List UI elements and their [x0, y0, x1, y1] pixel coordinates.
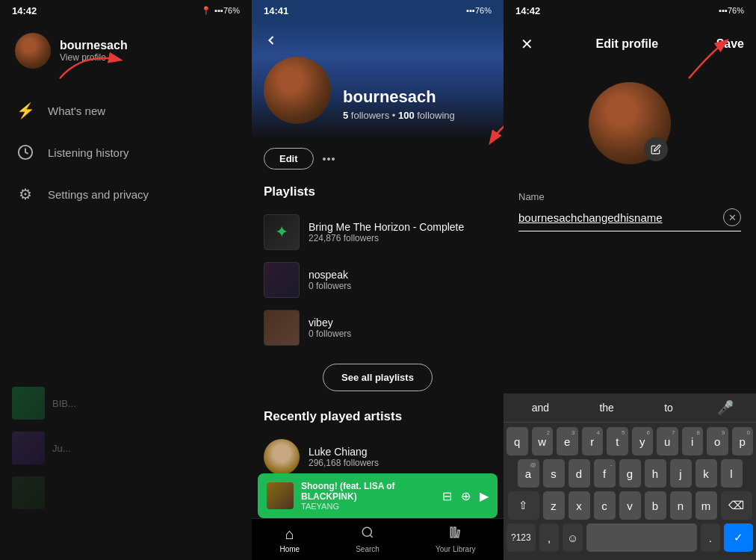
gear-icon: ⚙ [15, 184, 36, 205]
time-left: 14:42 [12, 5, 37, 16]
key-j[interactable]: j [670, 459, 692, 488]
key-row-2: a@ s d f- g h j k l [506, 459, 753, 488]
nav-search[interactable]: Search [356, 526, 379, 553]
comma-key[interactable]: , [539, 523, 560, 552]
more-options-button[interactable] [323, 158, 335, 161]
signal-icons: ▪▪▪76% [214, 6, 240, 15]
playlist-followers-0: 224,876 followers [309, 233, 464, 243]
suggestion-the[interactable]: the [593, 400, 619, 415]
edit-profile-title: Edit profile [596, 37, 659, 51]
backspace-key[interactable]: ⌫ [721, 491, 752, 520]
emoji-key[interactable]: ☺ [563, 523, 583, 552]
key-w[interactable]: w2 [532, 427, 554, 455]
playlist-item-2[interactable]: vibey 0 followers [252, 304, 504, 352]
view-profile-link[interactable]: View profile [60, 52, 128, 63]
clear-name-button[interactable]: ✕ [723, 208, 741, 226]
playlist-name-2: vibey [309, 317, 351, 329]
bottom-nav: ⌂ Home Search Your Library [252, 518, 504, 560]
playlist-name-0: Bring Me The Horizon - Complete [309, 221, 464, 233]
key-g[interactable]: g [619, 459, 641, 488]
key-r[interactable]: r4 [582, 427, 604, 455]
profile-actions: Edit [252, 139, 504, 178]
svg-rect-3 [450, 527, 452, 538]
key-d[interactable]: d [568, 459, 590, 488]
artist-info-0: Luke Chiang 296,168 followers [309, 446, 379, 468]
menu-item-whats-new[interactable]: ⚡ What's new [0, 90, 252, 131]
suggestion-to[interactable]: to [658, 400, 679, 415]
key-h[interactable]: h [645, 459, 666, 488]
key-e[interactable]: e3 [557, 427, 578, 455]
numbers-key[interactable]: ?123 [506, 523, 536, 552]
key-t[interactable]: t5 [607, 427, 628, 455]
settings-label: Settings and privacy [48, 188, 149, 201]
edit-avatar-button[interactable] [644, 137, 668, 161]
key-u[interactable]: u7 [657, 427, 678, 455]
library-icon [449, 526, 462, 543]
avatar[interactable] [15, 33, 51, 69]
nav-library[interactable]: Your Library [436, 526, 476, 553]
edit-button[interactable]: Edit [264, 148, 314, 169]
signal-center: ▪▪▪76% [466, 6, 492, 15]
status-icons-left: 📍 ▪▪▪76% [201, 6, 240, 16]
key-y[interactable]: y6 [632, 427, 654, 455]
playlist-followers-1: 0 followers [309, 281, 351, 291]
menu-list: ⚡ What's new Listening history ⚙ Setting… [0, 84, 252, 221]
save-button[interactable]: Save [716, 37, 744, 51]
see-all-playlists-button[interactable]: See all playlists [323, 364, 433, 391]
profile-hero: bournesach 5 followers • 100 following [252, 21, 504, 139]
key-x[interactable]: x [568, 491, 590, 520]
space-key[interactable] [586, 523, 696, 552]
playlist-info-1: nospeak 0 followers [309, 269, 351, 291]
key-i[interactable]: i8 [682, 427, 704, 455]
np-play-icon[interactable]: ▶ [480, 489, 489, 503]
key-k[interactable]: k [695, 459, 717, 488]
back-button[interactable] [264, 33, 492, 48]
key-n[interactable]: n [670, 491, 692, 520]
name-input-row: ✕ [518, 208, 741, 231]
shift-key[interactable]: ⇧ [508, 491, 539, 520]
now-playing-bar[interactable]: Shoong! (feat. LISA of BLACKPINK) TAEYAN… [258, 473, 498, 518]
bg-thumb-2 [12, 432, 45, 464]
key-a[interactable]: a@ [518, 459, 539, 488]
np-info: Shoong! (feat. LISA of BLACKPINK) TAEYAN… [301, 481, 435, 511]
np-thumbnail [267, 482, 294, 509]
signal-right: ▪▪▪76% [719, 6, 744, 15]
suggestion-and[interactable]: and [526, 400, 555, 415]
menu-item-settings[interactable]: ⚙ Settings and privacy [0, 173, 252, 215]
profile-header[interactable]: bournesach View profile [0, 24, 252, 78]
key-p[interactable]: p0 [732, 427, 754, 455]
key-c[interactable]: c [594, 491, 616, 520]
key-l[interactable]: l [721, 459, 743, 488]
search-icon [361, 526, 374, 543]
close-button[interactable]: ✕ [515, 33, 538, 55]
edit-avatar[interactable] [589, 82, 671, 164]
hero-avatar-image [264, 57, 331, 124]
key-m[interactable]: m [695, 491, 717, 520]
playlist-thumb-2 [264, 310, 300, 346]
nav-home[interactable]: ⌂ Home [280, 526, 300, 553]
library-label: Your Library [436, 545, 476, 553]
hero-avatar [264, 57, 331, 124]
recently-section-title: Recently played artists [252, 403, 504, 433]
menu-item-listening-history[interactable]: Listening history [0, 131, 252, 173]
svg-point-1 [362, 527, 371, 536]
playlist-item-0[interactable]: ✦ Bring Me The Horizon - Complete 224,87… [252, 208, 504, 256]
key-v[interactable]: v [619, 491, 641, 520]
key-b[interactable]: b [645, 491, 666, 520]
key-s[interactable]: s [543, 459, 565, 488]
name-input[interactable] [518, 211, 723, 224]
period-key[interactable]: . [701, 523, 721, 552]
key-z[interactable]: z [543, 491, 565, 520]
mic-icon[interactable]: 🎤 [717, 399, 734, 416]
status-icons-right: ▪▪▪76% [719, 6, 744, 15]
hero-details: bournesach 5 followers • 100 following [343, 87, 455, 124]
key-f[interactable]: f- [594, 459, 616, 488]
key-q[interactable]: q [506, 427, 528, 455]
hero-username: bournesach [343, 87, 455, 107]
return-key[interactable]: ✓ [724, 523, 753, 552]
key-o[interactable]: o9 [707, 427, 728, 455]
time-center: 14:41 [264, 5, 288, 16]
np-devices-icon[interactable]: ⊟ [442, 489, 452, 503]
playlist-item-1[interactable]: nospeak 0 followers [252, 256, 504, 304]
np-add-icon[interactable]: ⊕ [461, 489, 471, 503]
